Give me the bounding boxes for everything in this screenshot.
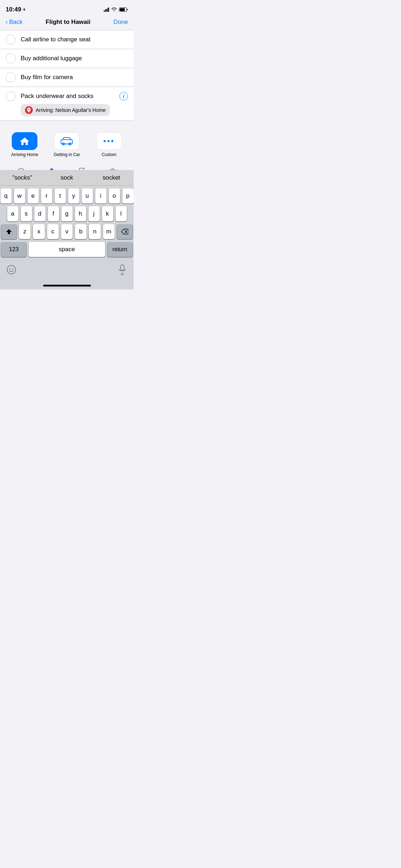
key-row-1: q w e r t y u i o p [1,188,133,203]
getting-in-car-label: Getting in Car [53,152,80,157]
svg-point-15 [12,269,14,270]
autocomplete-quoted[interactable]: "socks" [0,174,45,181]
task-item[interactable]: Call airline to change seat [0,30,134,49]
arriving-home-icon-wrap [12,132,37,150]
key-d[interactable]: d [34,206,46,221]
shift-key[interactable] [1,224,17,239]
autocomplete-sock[interactable]: sock [45,174,89,181]
custom-button[interactable]: ••• Custom [90,132,128,157]
numbers-key[interactable]: 123 [1,242,26,257]
getting-in-car-icon-wrap [54,132,79,150]
reminder-type-section: Arriving Home Getting in Car ••• Custom [0,126,134,161]
task-text: Call airline to change seat [21,36,128,43]
key-q[interactable]: q [0,188,12,203]
status-time: 10:49 [6,6,21,13]
task-text: Buy film for camera [21,74,128,81]
done-button[interactable]: Done [113,19,128,26]
reminder-type-row: Arriving Home Getting in Car ••• Custom [6,132,128,157]
key-y[interactable]: y [68,188,79,203]
autocomplete-bar: "socks" sock socket [0,170,134,186]
key-e[interactable]: e [27,188,39,203]
key-x[interactable]: x [33,224,45,239]
key-v[interactable]: v [61,224,73,239]
car-icon [60,136,74,146]
home-icon [19,136,30,146]
signal-icon [104,7,109,12]
reminder-text: Arriving: Nelson Aguilar's Home [36,107,106,113]
key-t[interactable]: t [55,188,66,203]
info-button[interactable]: i [119,92,128,100]
delete-key[interactable] [117,224,133,239]
task-checkbox[interactable] [6,91,16,101]
task-list: Call airline to change seat Buy addition… [0,30,134,121]
key-f[interactable]: f [48,206,59,221]
key-p[interactable]: p [122,188,134,203]
key-w[interactable]: w [14,188,25,203]
svg-point-3 [28,109,30,110]
key-b[interactable]: b [75,224,87,239]
task-checkbox[interactable] [6,35,16,45]
task-checkbox[interactable] [6,53,16,63]
task-checkbox[interactable] [6,72,16,82]
task-text: Buy additional luggage [21,55,128,62]
wifi-icon [111,7,117,12]
task-text: Pack underwear and socks [21,93,119,100]
space-key[interactable]: space [29,242,105,257]
key-c[interactable]: c [47,224,59,239]
keyboard-bottom-bar [0,261,134,283]
page-title: Flight to Hawaii [46,19,91,26]
key-row-4: 123 space return [1,242,133,257]
key-u[interactable]: u [82,188,93,203]
task-item[interactable]: Buy film for camera [0,68,134,87]
nav-bar: ‹ Back Flight to Hawaii Done [0,16,134,30]
key-j[interactable]: j [88,206,100,221]
task-item[interactable]: Buy additional luggage [0,49,134,68]
microphone-button[interactable] [117,264,128,275]
keys-section: q w e r t y u i o p a s d f g h j k l [0,186,134,261]
key-z[interactable]: z [19,224,31,239]
key-s[interactable]: s [21,206,32,221]
active-task-item[interactable]: Pack underwear and socks i Arriving: Nel… [0,87,134,121]
svg-rect-16 [120,265,124,270]
reminder-pill[interactable]: Arriving: Nelson Aguilar's Home [21,104,110,116]
custom-icon-wrap: ••• [96,132,122,150]
svg-point-14 [10,269,11,270]
key-r[interactable]: r [41,188,52,203]
arriving-home-button[interactable]: Arriving Home [6,132,43,157]
key-a[interactable]: a [7,206,19,221]
key-k[interactable]: k [102,206,113,221]
key-n[interactable]: n [89,224,101,239]
status-bar: 10:49 ✈ [0,0,134,16]
return-key[interactable]: return [107,242,133,257]
svg-point-13 [7,265,16,274]
arriving-home-label: Arriving Home [11,152,38,157]
emoji-button[interactable] [6,264,17,275]
key-o[interactable]: o [109,188,120,203]
autocomplete-socket[interactable]: socket [89,174,134,181]
back-button[interactable]: ‹ Back [6,19,22,26]
key-g[interactable]: g [61,206,73,221]
key-m[interactable]: m [103,224,115,239]
status-icons [104,7,128,12]
battery-icon [119,7,128,12]
getting-in-car-button[interactable]: Getting in Car [48,132,86,157]
key-h[interactable]: h [75,206,86,221]
custom-label: Custom [102,152,116,157]
key-l[interactable]: l [115,206,127,221]
keyboard: "socks" sock socket q w e r t y u i o p … [0,170,134,289]
svg-rect-1 [120,8,125,11]
key-row-2: a s d f g h j k l [1,206,133,221]
location-pin-icon [25,106,33,114]
location-icon: ✈ [22,7,26,12]
key-row-3: z x c v b n m [1,224,133,239]
key-i[interactable]: i [95,188,107,203]
ellipsis-icon: ••• [103,136,115,146]
